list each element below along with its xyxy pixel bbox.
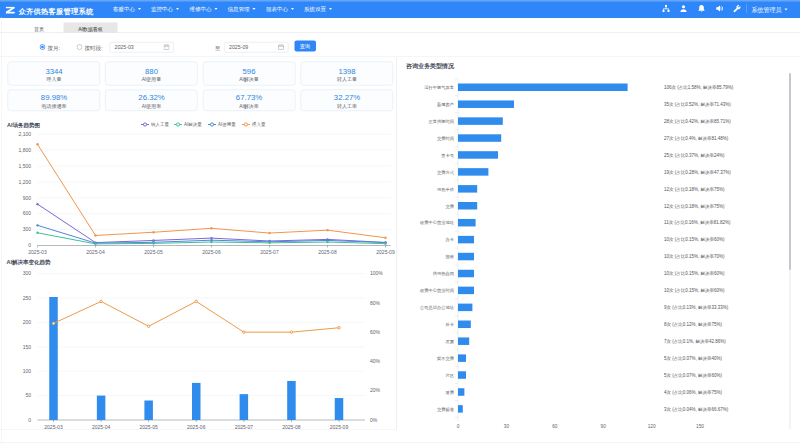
svg-text:发票: 发票 <box>446 339 455 344</box>
svg-text:8次 (占比0.12%, 解决率75%): 8次 (占比0.12%, 解决率75%) <box>664 321 723 327</box>
svg-text:40%: 40% <box>370 358 381 364</box>
svg-text:27次 (占比0.4%, 解决率81.48%): 27次 (占比0.4%, 解决率81.48%) <box>664 135 729 141</box>
svg-text:补卡: 补卡 <box>446 322 455 327</box>
svg-text:12次 (占比0.18%, 解决率75%): 12次 (占比0.18%, 解决率75%) <box>664 186 725 192</box>
svg-text:5次 (占比0.07%, 解决率40%): 5次 (占比0.07%, 解决率40%) <box>664 355 723 361</box>
svg-text:11次 (占比0.16%, 解决率81.82%): 11次 (占比0.16%, 解决率81.82%) <box>664 219 731 225</box>
svg-text:10次 (占比0.15%, 解决率60%): 10次 (占比0.15%, 解决率60%) <box>664 287 725 293</box>
svg-text:用热单价: 用热单价 <box>437 187 455 192</box>
svg-text:3次 (占比0.04%, 解决率66.67%): 3次 (占比0.04%, 解决率66.67%) <box>664 406 729 412</box>
svg-text:25次 (占比0.37%, 解决率24%): 25次 (占比0.37%, 解决率24%) <box>664 152 725 158</box>
svg-text:50: 50 <box>25 392 31 398</box>
svg-text:30: 30 <box>504 424 510 429</box>
svg-text:退费: 退费 <box>445 390 455 395</box>
svg-text:106次 (占比1.58%, 解决率85.79%): 106次 (占比1.58%, 解决率85.79%) <box>664 84 734 90</box>
svg-text:交费方式: 交费方式 <box>437 170 455 175</box>
svg-text:运行中暖气异常: 运行中暖气异常 <box>424 85 454 90</box>
svg-text:交费时间: 交费时间 <box>437 136 454 142</box>
svg-text:60: 60 <box>552 424 558 429</box>
svg-text:100%: 100% <box>370 270 383 276</box>
svg-text:交费: 交费 <box>446 204 455 209</box>
svg-text:片区: 片区 <box>446 373 455 378</box>
svg-text:正常供暖时间: 正常供暖时间 <box>429 119 455 125</box>
svg-text:10次 (占比0.15%, 解决率70%): 10次 (占比0.15%, 解决率70%) <box>664 253 725 259</box>
svg-text:供用热合同: 供用热合同 <box>433 271 454 276</box>
svg-text:150: 150 <box>23 344 32 350</box>
svg-text:200: 200 <box>23 319 32 325</box>
svg-text:35次 (占比0.52%, 解决率71.43%): 35次 (占比0.52%, 解决率71.43%) <box>664 101 731 107</box>
svg-text:250: 250 <box>23 295 32 301</box>
svg-text:新建房产: 新建房产 <box>437 102 455 107</box>
svg-text:收费中心营业时间: 收费中心营业时间 <box>420 287 454 294</box>
svg-text:交费标准: 交费标准 <box>437 407 455 413</box>
svg-text:查卡号: 查卡号 <box>441 153 455 158</box>
svg-text:0: 0 <box>28 417 31 423</box>
svg-text:300: 300 <box>23 270 32 276</box>
svg-text:12次 (占比0.18%, 解决率75%): 12次 (占比0.18%, 解决率75%) <box>664 203 725 209</box>
svg-text:办卡: 办卡 <box>446 237 455 242</box>
svg-text:90: 90 <box>601 424 607 429</box>
svg-text:20%: 20% <box>370 387 381 393</box>
svg-text:0%: 0% <box>370 417 378 423</box>
svg-text:60%: 60% <box>370 329 381 335</box>
svg-text:19次 (占比0.28%, 解决率47.37%): 19次 (占比0.28%, 解决率47.37%) <box>664 169 731 175</box>
svg-text:10次 (占比0.15%, 解决率60%): 10次 (占比0.15%, 解决率60%) <box>664 270 725 276</box>
svg-text:5次 (占比0.07%, 解决率60%): 5次 (占比0.07%, 解决率60%) <box>664 372 723 378</box>
svg-text:28次 (占比0.42%, 解决率85.71%): 28次 (占比0.42%, 解决率85.71%) <box>664 118 731 124</box>
svg-text:7次 (占比0.1%, 解决率42.86%): 7次 (占比0.1%, 解决率42.86%) <box>664 338 726 344</box>
svg-text:收费中心营业地址: 收费中心营业地址 <box>420 219 455 226</box>
svg-text:9次 (占比0.13%, 解决率33.33%): 9次 (占比0.13%, 解决率33.33%) <box>664 304 729 310</box>
svg-text:报修: 报修 <box>445 254 455 259</box>
svg-text:0: 0 <box>457 424 460 429</box>
svg-text:80%: 80% <box>370 300 381 306</box>
svg-text:4次 (占比0.06%, 解决率75%): 4次 (占比0.06%, 解决率75%) <box>664 389 723 395</box>
svg-text:10次 (占比0.15%, 解决率60%): 10次 (占比0.15%, 解决率60%) <box>664 236 725 242</box>
svg-text:120: 120 <box>648 424 656 429</box>
svg-text:150: 150 <box>696 424 704 429</box>
svg-text:暂不交费: 暂不交费 <box>437 356 455 361</box>
svg-text:100: 100 <box>23 368 32 374</box>
svg-text:公司总部办公地址: 公司总部办公地址 <box>420 305 455 310</box>
